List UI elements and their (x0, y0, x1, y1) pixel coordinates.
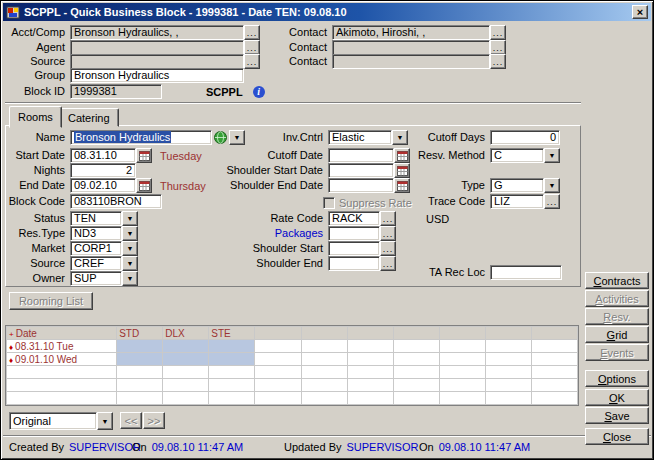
rooming-list-button[interactable]: Rooming List (9, 292, 93, 310)
cutoff-date-input[interactable] (328, 148, 394, 163)
grid-cell[interactable] (117, 340, 163, 353)
grid-header-row: +Date STD DLX STE (7, 327, 578, 340)
status-input[interactable]: TEN (70, 211, 122, 226)
next-view-button[interactable]: >> (143, 412, 165, 429)
agent-lov-button[interactable]: ... (244, 40, 260, 55)
grid-cell[interactable] (163, 340, 209, 353)
view-select-dropdown-button[interactable]: ▼ (97, 412, 113, 430)
close-window-button[interactable]: × (632, 5, 648, 19)
resv-button[interactable]: Resv. (585, 308, 649, 325)
packages-label[interactable]: Packages (223, 226, 328, 241)
resv-method-input[interactable]: C (490, 148, 544, 163)
acct-comp-input[interactable]: Bronson Hydraulics, , (70, 25, 244, 40)
info-icon[interactable]: i (253, 86, 265, 98)
contact-1-input[interactable]: Akimoto, Hiroshi, , (332, 25, 490, 40)
field-packages: Packages ... (223, 226, 396, 241)
field-shoulder-start: Shoulder Start ... (223, 241, 396, 256)
activities-button[interactable]: Activities (585, 290, 649, 307)
rate-code-input[interactable]: RACK (328, 211, 380, 226)
block-code-input[interactable]: 083110BRON (70, 194, 162, 209)
grid-cell[interactable] (209, 340, 255, 353)
shoulder-start-input[interactable] (328, 241, 380, 256)
field-ta-rec-loc: TA Rec Loc (403, 265, 562, 280)
field-shoulder-end-date: Shoulder End Date (223, 178, 410, 193)
name-input[interactable]: Bronson Hydraulics (70, 130, 212, 145)
packages-lov-button[interactable]: ... (380, 226, 396, 241)
agent-input[interactable] (70, 40, 244, 55)
contact-2-lov-button[interactable]: ... (490, 40, 506, 55)
owner-dropdown-button[interactable]: ▼ (122, 271, 138, 286)
suppress-rate-checkbox[interactable] (323, 197, 335, 209)
res-type-input[interactable]: ND3 (70, 226, 122, 241)
grid-cell[interactable] (209, 353, 255, 366)
close-button[interactable]: Close (585, 428, 649, 445)
end-date-input[interactable]: 09.02.10 (70, 178, 136, 193)
shoulder-start-date-calendar-button[interactable] (394, 163, 410, 178)
field-shoulder-start-date: Shoulder Start Date (223, 163, 410, 178)
shoulder-end-lov-button[interactable]: ... (380, 256, 396, 271)
type-dropdown-button[interactable]: ▼ (544, 178, 560, 193)
start-date-calendar-button[interactable] (136, 148, 152, 163)
start-date-input[interactable]: 08.31.10 (70, 148, 136, 163)
rate-code-lov-button[interactable]: ... (380, 211, 396, 226)
view-select-value[interactable]: Original (9, 412, 97, 430)
source-lov-button[interactable]: ... (244, 54, 260, 69)
shoulder-start-date-input[interactable] (328, 163, 394, 178)
shoulder-start-lov-button[interactable]: ... (380, 241, 396, 256)
updated-by-label: Updated By (284, 441, 341, 453)
contact-3-input[interactable] (332, 54, 490, 69)
name-label: Name (3, 130, 70, 145)
ta-rec-loc-input[interactable] (490, 265, 562, 280)
field-block-code: Block Code 083110BRON (3, 194, 162, 209)
res-type-dropdown-button[interactable]: ▼ (122, 226, 138, 241)
field-end-date: End Date 09.02.10 Thursday (3, 178, 206, 193)
source-dropdown-button[interactable]: ▼ (122, 256, 138, 271)
prev-view-button[interactable]: << (120, 412, 142, 429)
shoulder-end-label: Shoulder End (223, 256, 328, 271)
contact-3-lov-button[interactable]: ... (490, 54, 506, 69)
created-on-label: On (132, 441, 147, 453)
updated-on-group: On 09.08.10 11:47 AM (419, 441, 530, 453)
resv-method-dropdown-button[interactable]: ▼ (544, 148, 560, 163)
owner-input[interactable]: SUP (70, 271, 122, 286)
grid-date-cell: ♦08.31.10 Tue (7, 340, 117, 353)
end-date-calendar-button[interactable] (136, 178, 152, 193)
market-dropdown-button[interactable]: ▼ (122, 241, 138, 256)
nights-input[interactable]: 2 (70, 163, 136, 178)
field-name: Name Bronson Hydraulics ▼ (3, 130, 245, 145)
tab-rooms[interactable]: Rooms (9, 106, 62, 128)
tab-catering[interactable]: Catering (59, 108, 119, 127)
property-code-label: SCPPL (206, 86, 243, 98)
group-input[interactable]: Bronson Hydraulics (70, 68, 244, 83)
contact-2-input[interactable] (332, 40, 490, 55)
contact-1-lov-button[interactable]: ... (490, 25, 506, 40)
shoulder-end-date-label: Shoulder End Date (223, 178, 328, 193)
type-input[interactable]: G (490, 178, 544, 193)
cutoff-days-input[interactable]: 0 (490, 130, 560, 145)
save-button[interactable]: Save (585, 407, 649, 424)
grid-cell[interactable] (163, 353, 209, 366)
grid-button[interactable]: Grid (585, 326, 649, 343)
events-button[interactable]: Events (585, 344, 649, 361)
shoulder-end-date-input[interactable] (328, 178, 394, 193)
contracts-button[interactable]: Contracts (585, 272, 649, 289)
inv-cntrl-select[interactable]: Elastic (328, 130, 392, 145)
status-dropdown-button[interactable]: ▼ (122, 211, 138, 226)
currency-label: USD (426, 213, 449, 225)
market-input[interactable]: CORP1 (70, 241, 122, 256)
ok-button[interactable]: OK (585, 389, 649, 406)
field-agent: Agent ... (7, 40, 260, 55)
shoulder-end-input[interactable] (328, 256, 380, 271)
source-input[interactable]: CREF (70, 256, 122, 271)
trace-code-lov-button[interactable]: ... (544, 194, 560, 209)
created-on-group: On 09.08.10 11:47 AM (132, 441, 243, 453)
trace-code-input[interactable]: LIZ (490, 194, 544, 209)
acct-comp-lov-button[interactable]: ... (244, 25, 260, 40)
packages-input[interactable] (328, 226, 380, 241)
grid-row-empty (7, 392, 578, 405)
owner-label: Owner (3, 271, 70, 286)
block-id-input[interactable]: 1999381 (70, 84, 162, 99)
options-button[interactable]: Options (585, 370, 649, 387)
source-header-input[interactable] (70, 54, 244, 69)
grid-cell[interactable] (117, 353, 163, 366)
